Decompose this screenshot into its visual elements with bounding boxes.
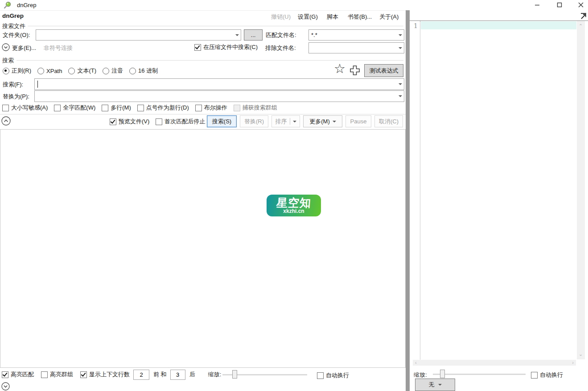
slider-thumb[interactable] — [440, 370, 445, 378]
match-files-combobox[interactable]: *.* — [308, 29, 404, 41]
cancel-button[interactable]: 取消(C) — [374, 115, 403, 127]
results-wrap-checkbox[interactable]: 自动换行 — [317, 371, 349, 379]
slider-track[interactable] — [433, 374, 526, 375]
browse-button[interactable]: ... — [244, 29, 263, 41]
test-expression-button[interactable]: 测试表达式 — [364, 64, 403, 77]
results-zoom-slider[interactable] — [222, 370, 307, 379]
checkbox-box[interactable] — [110, 118, 116, 125]
add-bookmark-icon[interactable] — [349, 64, 361, 77]
sort-split-button[interactable]: 排序 — [271, 115, 300, 127]
checkbox-box[interactable] — [194, 44, 201, 51]
context-before-input[interactable] — [133, 370, 149, 380]
scroll-down-icon[interactable]: ⌄ — [579, 352, 583, 357]
preview-file-checkbox[interactable]: 预览文件(V) — [110, 118, 149, 126]
context-after-label: 后 — [189, 371, 195, 379]
radio-dot[interactable] — [3, 68, 9, 74]
checkbox-box[interactable] — [137, 105, 144, 111]
checkbox-box[interactable] — [102, 105, 108, 111]
preview-editor[interactable] — [410, 21, 577, 359]
dot-as-newline-checkbox[interactable]: 点号作为新行(D) — [137, 104, 189, 112]
maximize-icon — [557, 2, 562, 8]
radio-dot[interactable] — [37, 68, 44, 74]
search-archives-checkbox[interactable]: 在压缩文件中搜索(C) — [194, 43, 258, 51]
syntax-selector-dropdown[interactable]: 无 — [415, 379, 455, 391]
scroll-left-icon[interactable]: ‹ — [415, 360, 417, 365]
search-archives-label: 在压缩文件中搜索(C) — [203, 43, 258, 51]
radio-dot[interactable] — [68, 68, 75, 74]
checkbox-box[interactable] — [54, 105, 61, 111]
title-bar[interactable]: dnGrep — [0, 0, 588, 11]
expand-bottom-panel-button[interactable] — [1, 382, 10, 391]
replace-with-combobox[interactable] — [34, 90, 404, 102]
whole-word-checkbox[interactable]: 全字匹配(W) — [54, 104, 95, 112]
close-button[interactable] — [573, 0, 588, 10]
preview-vertical-scrollbar[interactable]: ⌃ ⌄ — [577, 21, 585, 359]
maximize-button[interactable] — [552, 0, 567, 10]
checkbox-box[interactable] — [2, 371, 8, 378]
test-expression-label: 测试表达式 — [370, 67, 399, 75]
more-options-label[interactable]: 更多(E)... — [12, 44, 36, 52]
more-options-expander[interactable] — [2, 43, 10, 51]
radio-xpath[interactable]: XPath — [37, 68, 62, 74]
checkbox-box[interactable] — [41, 371, 48, 378]
checkbox-box[interactable] — [156, 118, 162, 125]
checkbox-label: 点号作为新行(D) — [146, 104, 189, 112]
preview-wrap-checkbox[interactable]: 自动换行 — [531, 371, 563, 379]
pause-button[interactable]: Pause — [345, 115, 371, 127]
preview-horizontal-scrollbar[interactable]: ‹ › — [413, 360, 576, 366]
radio-hex[interactable]: 16 进制 — [129, 67, 158, 75]
search-button[interactable]: 搜索(S) — [207, 115, 237, 127]
context-after-input[interactable] — [170, 370, 185, 380]
checkbox-label: 高亮匹配 — [11, 371, 34, 379]
more-menu-button[interactable]: 更多(M) — [303, 115, 342, 127]
radio-text[interactable]: 文本(T) — [68, 67, 96, 75]
minimize-button[interactable] — [530, 0, 545, 10]
chevron-down-icon[interactable] — [396, 91, 404, 102]
check-icon — [2, 371, 7, 377]
scroll-right-icon[interactable]: › — [572, 360, 574, 365]
checkbox-box[interactable] — [531, 372, 538, 379]
radio-regex[interactable]: 正则(R) — [3, 67, 31, 75]
replace-button[interactable]: 替换(R) — [240, 115, 268, 127]
chevron-down-icon[interactable] — [396, 79, 404, 90]
stop-after-first-match-checkbox[interactable]: 首次匹配后停止 — [156, 118, 205, 126]
case-sensitive-checkbox[interactable]: 大小写敏感(A) — [2, 104, 48, 112]
preview-zoom-slider[interactable] — [433, 370, 526, 379]
menu-item-script[interactable]: 脚本 — [327, 13, 338, 21]
match-files-input[interactable]: *.* — [309, 32, 396, 38]
radio-dot[interactable] — [103, 68, 109, 74]
folder-combobox[interactable] — [36, 29, 241, 41]
checkbox-box[interactable] — [195, 105, 202, 111]
popout-preview-icon[interactable] — [580, 12, 587, 20]
app-icon — [4, 1, 11, 9]
checkbox-box[interactable] — [317, 372, 324, 379]
collapse-panel-button[interactable] — [1, 116, 11, 126]
boolean-operators-checkbox[interactable]: 布尔操作 — [195, 104, 227, 112]
show-context-lines-checkbox[interactable]: 显示上下文行数 — [80, 371, 130, 379]
menu-item-bookmarks[interactable]: 书签(B)... — [348, 13, 372, 21]
radio-dot[interactable] — [129, 68, 136, 74]
highlight-matches-checkbox[interactable]: 高亮匹配 — [2, 371, 34, 379]
chevron-down-icon[interactable] — [396, 30, 404, 40]
chevron-down-icon[interactable] — [233, 30, 241, 40]
checkbox-box[interactable] — [2, 105, 9, 111]
checkbox-box[interactable] — [80, 371, 87, 378]
chevron-down-icon[interactable] — [396, 43, 404, 53]
group-divider — [28, 26, 403, 26]
menu-item-about[interactable]: 关于(A) — [379, 13, 399, 21]
search-for-label: 搜索(F): — [3, 81, 23, 89]
menu-item-settings[interactable]: 设置(G) — [298, 13, 318, 21]
results-list[interactable] — [0, 129, 406, 368]
favorites-star-icon[interactable]: ☆ — [334, 61, 345, 76]
radio-phonetic[interactable]: 注音 — [103, 67, 123, 75]
menu-item-undo[interactable]: 撤销(U) — [271, 13, 291, 21]
search-for-combobox[interactable] — [34, 78, 404, 90]
watermark-subtitle: xkzhi.cn — [283, 208, 304, 214]
panel-splitter[interactable] — [406, 10, 410, 391]
highlight-groups-checkbox[interactable]: 高亮群组 — [41, 371, 73, 379]
exclude-files-combobox[interactable] — [308, 42, 404, 53]
slider-thumb[interactable] — [232, 370, 237, 379]
scroll-up-icon[interactable]: ⌃ — [579, 24, 583, 29]
multiline-checkbox[interactable]: 多行(M) — [102, 104, 131, 112]
chevron-down-icon[interactable] — [293, 121, 296, 122]
